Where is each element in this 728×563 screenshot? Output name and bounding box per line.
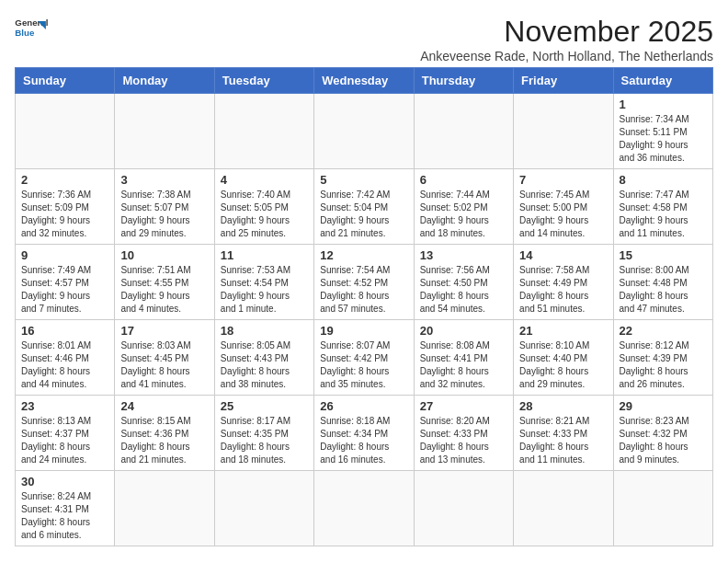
header-monday: Monday — [115, 68, 214, 94]
table-row: 25Sunrise: 8:17 AM Sunset: 4:35 PM Dayli… — [214, 396, 313, 471]
table-row: 14Sunrise: 7:58 AM Sunset: 4:49 PM Dayli… — [514, 245, 613, 320]
day-info: Sunrise: 8:01 AM Sunset: 4:46 PM Dayligh… — [21, 339, 108, 391]
day-number: 22 — [620, 324, 707, 338]
calendar-table: Sunday Monday Tuesday Wednesday Thursday… — [15, 67, 713, 546]
day-info: Sunrise: 7:58 AM Sunset: 4:49 PM Dayligh… — [519, 264, 607, 316]
day-number: 15 — [620, 248, 707, 262]
day-number: 14 — [519, 248, 607, 262]
day-number: 27 — [420, 399, 507, 413]
day-info: Sunrise: 8:10 AM Sunset: 4:40 PM Dayligh… — [519, 339, 607, 391]
day-number: 9 — [21, 248, 108, 262]
header: General Blue November 2025 Ankeveense Ra… — [15, 15, 713, 63]
table-row: 10Sunrise: 7:51 AM Sunset: 4:55 PM Dayli… — [115, 245, 214, 320]
day-number: 19 — [320, 324, 407, 338]
table-row: 7Sunrise: 7:45 AM Sunset: 5:00 PM Daylig… — [514, 169, 613, 245]
day-number: 30 — [21, 475, 108, 488]
calendar-week-row: 1Sunrise: 7:34 AM Sunset: 5:11 PM Daylig… — [16, 94, 713, 169]
svg-text:Blue: Blue — [15, 28, 35, 38]
logo: General Blue — [15, 15, 48, 42]
day-number: 24 — [120, 399, 208, 413]
day-number: 7 — [519, 173, 607, 187]
table-row: 8Sunrise: 7:47 AM Sunset: 4:58 PM Daylig… — [613, 169, 712, 245]
day-number: 11 — [221, 248, 308, 262]
day-info: Sunrise: 7:45 AM Sunset: 5:00 PM Dayligh… — [519, 189, 607, 240]
day-info: Sunrise: 7:54 AM Sunset: 4:52 PM Dayligh… — [320, 264, 407, 316]
day-info: Sunrise: 8:24 AM Sunset: 4:31 PM Dayligh… — [21, 490, 108, 542]
table-row: 2Sunrise: 7:36 AM Sunset: 5:09 PM Daylig… — [16, 169, 115, 245]
table-row: 29Sunrise: 8:23 AM Sunset: 4:32 PM Dayli… — [613, 396, 712, 471]
table-row: 12Sunrise: 7:54 AM Sunset: 4:52 PM Dayli… — [314, 245, 414, 320]
table-row: 15Sunrise: 8:00 AM Sunset: 4:48 PM Dayli… — [613, 245, 712, 320]
table-row — [613, 471, 712, 546]
day-info: Sunrise: 7:56 AM Sunset: 4:50 PM Dayligh… — [420, 264, 507, 316]
table-row: 3Sunrise: 7:38 AM Sunset: 5:07 PM Daylig… — [115, 169, 214, 245]
day-info: Sunrise: 8:18 AM Sunset: 4:34 PM Dayligh… — [320, 415, 407, 466]
day-number: 16 — [21, 324, 108, 338]
day-info: Sunrise: 8:21 AM Sunset: 4:33 PM Dayligh… — [519, 415, 607, 466]
day-number: 6 — [420, 173, 507, 187]
day-info: Sunrise: 8:15 AM Sunset: 4:36 PM Dayligh… — [120, 415, 208, 466]
day-number: 28 — [519, 399, 607, 413]
table-row — [314, 471, 414, 546]
day-info: Sunrise: 8:20 AM Sunset: 4:33 PM Dayligh… — [420, 415, 507, 466]
table-row: 19Sunrise: 8:07 AM Sunset: 4:42 PM Dayli… — [314, 320, 414, 396]
table-row: 9Sunrise: 7:49 AM Sunset: 4:57 PM Daylig… — [16, 245, 115, 320]
day-info: Sunrise: 8:12 AM Sunset: 4:39 PM Dayligh… — [620, 339, 707, 391]
header-tuesday: Tuesday — [214, 68, 313, 94]
day-number: 25 — [221, 399, 308, 413]
table-row: 11Sunrise: 7:53 AM Sunset: 4:54 PM Dayli… — [214, 245, 313, 320]
day-info: Sunrise: 8:07 AM Sunset: 4:42 PM Dayligh… — [320, 339, 407, 391]
calendar-week-row: 30Sunrise: 8:24 AM Sunset: 4:31 PM Dayli… — [16, 471, 713, 546]
calendar-week-row: 9Sunrise: 7:49 AM Sunset: 4:57 PM Daylig… — [16, 245, 713, 320]
table-row: 16Sunrise: 8:01 AM Sunset: 4:46 PM Dayli… — [16, 320, 115, 396]
day-info: Sunrise: 8:00 AM Sunset: 4:48 PM Dayligh… — [620, 264, 707, 316]
day-info: Sunrise: 7:53 AM Sunset: 4:54 PM Dayligh… — [221, 264, 308, 316]
table-row: 4Sunrise: 7:40 AM Sunset: 5:05 PM Daylig… — [214, 169, 313, 245]
day-number: 4 — [221, 173, 308, 187]
day-number: 8 — [620, 173, 707, 187]
day-number: 17 — [120, 324, 208, 338]
day-info: Sunrise: 8:03 AM Sunset: 4:45 PM Dayligh… — [120, 339, 208, 391]
day-info: Sunrise: 8:08 AM Sunset: 4:41 PM Dayligh… — [420, 339, 507, 391]
table-row: 24Sunrise: 8:15 AM Sunset: 4:36 PM Dayli… — [115, 396, 214, 471]
table-row: 6Sunrise: 7:44 AM Sunset: 5:02 PM Daylig… — [414, 169, 513, 245]
day-info: Sunrise: 7:36 AM Sunset: 5:09 PM Dayligh… — [21, 189, 108, 240]
table-row — [115, 471, 214, 546]
day-number: 21 — [519, 324, 607, 338]
day-info: Sunrise: 7:38 AM Sunset: 5:07 PM Dayligh… — [120, 189, 208, 240]
title-area: November 2025 Ankeveense Rade, North Hol… — [420, 15, 713, 63]
day-info: Sunrise: 7:34 AM Sunset: 5:11 PM Dayligh… — [620, 113, 707, 165]
day-number: 12 — [320, 248, 407, 262]
day-number: 3 — [120, 173, 208, 187]
table-row — [414, 94, 513, 169]
page-title: November 2025 — [420, 15, 713, 49]
day-info: Sunrise: 7:40 AM Sunset: 5:05 PM Dayligh… — [221, 189, 308, 240]
day-info: Sunrise: 8:23 AM Sunset: 4:32 PM Dayligh… — [620, 415, 707, 466]
day-number: 10 — [120, 248, 208, 262]
day-number: 20 — [420, 324, 507, 338]
table-row: 30Sunrise: 8:24 AM Sunset: 4:31 PM Dayli… — [16, 471, 115, 546]
table-row: 22Sunrise: 8:12 AM Sunset: 4:39 PM Dayli… — [613, 320, 712, 396]
calendar-header-row: Sunday Monday Tuesday Wednesday Thursday… — [16, 68, 713, 94]
day-info: Sunrise: 8:13 AM Sunset: 4:37 PM Dayligh… — [21, 415, 108, 466]
table-row — [115, 94, 214, 169]
table-row — [514, 471, 613, 546]
table-row: 27Sunrise: 8:20 AM Sunset: 4:33 PM Dayli… — [414, 396, 513, 471]
table-row: 13Sunrise: 7:56 AM Sunset: 4:50 PM Dayli… — [414, 245, 513, 320]
table-row: 1Sunrise: 7:34 AM Sunset: 5:11 PM Daylig… — [613, 94, 712, 169]
table-row — [214, 94, 313, 169]
day-info: Sunrise: 7:42 AM Sunset: 5:04 PM Dayligh… — [320, 189, 407, 240]
table-row: 23Sunrise: 8:13 AM Sunset: 4:37 PM Dayli… — [16, 396, 115, 471]
table-row: 21Sunrise: 8:10 AM Sunset: 4:40 PM Dayli… — [514, 320, 613, 396]
day-number: 2 — [21, 173, 108, 187]
table-row: 28Sunrise: 8:21 AM Sunset: 4:33 PM Dayli… — [514, 396, 613, 471]
header-sunday: Sunday — [16, 68, 115, 94]
table-row — [214, 471, 313, 546]
day-number: 5 — [320, 173, 407, 187]
day-number: 18 — [221, 324, 308, 338]
day-number: 26 — [320, 399, 407, 413]
day-info: Sunrise: 8:05 AM Sunset: 4:43 PM Dayligh… — [221, 339, 308, 391]
day-info: Sunrise: 7:47 AM Sunset: 4:58 PM Dayligh… — [620, 189, 707, 240]
table-row — [16, 94, 115, 169]
day-number: 1 — [620, 98, 707, 111]
